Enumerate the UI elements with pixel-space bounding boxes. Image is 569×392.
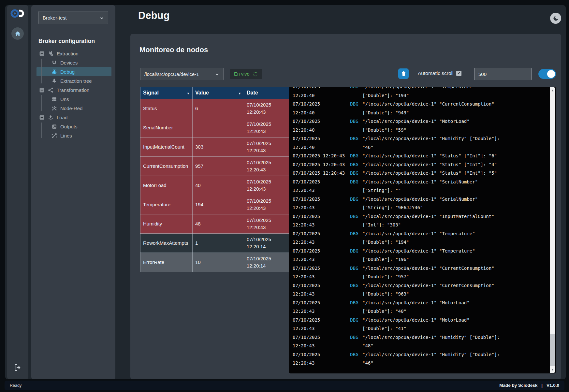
log-message: "/local/src/opcUa/device-1" "Temperature… [362, 87, 542, 100]
collapse-icon[interactable] [39, 87, 45, 93]
home-button[interactable] [11, 27, 24, 40]
log-level-badge: DBG [346, 281, 362, 290]
table-row-reworkmaxattempts[interactable]: ReworkMaxAttempts107/10/202512:20:14 [140, 234, 296, 253]
table-row-errorrate[interactable]: ErrorRate1007/10/202512:20:14 [140, 253, 296, 272]
log-entry: 07/10/2025 12:20:43DBG"/local/src/opcUa/… [293, 350, 542, 368]
signal-cell: Status [140, 99, 193, 118]
log-entry: 07/10/2025 12:20:43DBG"/local/src/opcUa/… [293, 178, 542, 195]
chevron-down-icon [100, 16, 104, 20]
table-row-serialnumber[interactable]: SerialNumber07/10/202512:20:43 [140, 118, 296, 138]
log-message: "/local/src/opcUa/device-1" "Status" ["I… [362, 160, 542, 169]
signal-cell: Humidity [140, 214, 193, 234]
log-message: "/local/src/opcUa/device-1" "Status" ["I… [362, 169, 542, 178]
log-entry: 07/10/2025 12:20:40DBG"/local/src/opcUa/… [293, 134, 542, 152]
signals-table-body: Status607/10/202512:20:43SerialNumber07/… [140, 99, 296, 272]
sidebar-item-label: Lines [60, 133, 72, 138]
log-level-badge: DBG [346, 247, 362, 255]
autoscroll-checkbox[interactable]: ✓ [456, 71, 461, 76]
log-level-badge: DBG [346, 160, 362, 169]
log-level-badge: DBG [346, 87, 362, 91]
log-message: "/local/src/opcUa/device-1" "Status" ["I… [362, 152, 542, 160]
log-message: "/local/src/opcUa/device-1" "CurrentCons… [362, 100, 542, 117]
sidebar-item-extraction[interactable]: Extraction [36, 49, 111, 58]
sidebar-item-load[interactable]: Load [36, 113, 111, 122]
broker-select[interactable]: Broker-test [38, 11, 108, 24]
autoscroll-control: Automatic scroll ✓ [418, 70, 461, 76]
sidebar-item-uns[interactable]: Uns [36, 94, 111, 104]
sidebar-item-node-red[interactable]: Node-Red [36, 104, 111, 113]
log-entry: 07/10/2025 12:20:43DBG"/local/src/opcUa/… [293, 160, 542, 169]
log-entry: 07/10/2025 12:20:43DBG"/local/src/opcUa/… [293, 169, 542, 178]
log-timestamp: 07/10/2025 12:20:40 [293, 87, 346, 100]
sidebar-item-outputs[interactable]: Outputs [36, 122, 111, 131]
sidebar-item-label: Node-Red [60, 106, 82, 111]
log-level-badge: DBG [346, 169, 362, 178]
log-timestamp: 07/10/2025 12:20:43 [293, 298, 346, 316]
signal-cell: ReworkMaxAttempts [140, 234, 193, 253]
lines-icon [51, 133, 57, 138]
log-timestamp: 07/10/2025 12:20:43 [293, 247, 346, 264]
signal-cell: ErrorRate [140, 253, 193, 272]
theme-toggle-button[interactable] [550, 13, 561, 24]
column-header-value[interactable]: Value▼ [193, 87, 244, 99]
layers-icon [51, 96, 57, 102]
collapse-icon[interactable] [39, 115, 45, 120]
value-cell: 1 [193, 234, 244, 253]
scroll-down-button[interactable]: ▼ [550, 367, 555, 373]
log-scrollbar[interactable]: ▲ ▼ [550, 87, 555, 373]
column-header-date[interactable]: Date▼ [244, 87, 296, 99]
buffer-size-input[interactable] [474, 68, 532, 80]
spinner-icon [253, 71, 258, 77]
icon-rail [7, 5, 28, 379]
log-message: "/local/src/opcUa/device-1" "MotorLoad" … [362, 298, 542, 316]
sidebar-item-debug[interactable]: Debug [36, 67, 111, 76]
sort-arrow-icon[interactable]: ▼ [187, 92, 190, 95]
clear-log-button[interactable] [398, 68, 409, 79]
log-entry: 07/10/2025 12:20:43DBG"/local/src/opcUa/… [293, 247, 542, 264]
chevron-down-icon [215, 72, 219, 76]
sidebar-item-transformation[interactable]: Transformation [36, 85, 111, 94]
scroll-up-button[interactable]: ▲ [550, 87, 555, 94]
log-entry: 07/10/2025 12:20:43DBG"/local/src/opcUa/… [293, 264, 542, 281]
log-timestamp: 07/10/2025 12:20:43 [293, 333, 346, 350]
node-red-icon [51, 106, 57, 111]
log-timestamp: 07/10/2025 12:20:43 [293, 195, 346, 212]
table-row-motorload[interactable]: MotorLoad4007/10/202512:20:43 [140, 176, 296, 195]
log-entry: 07/10/2025 12:20:40DBG"/local/src/opcUa/… [293, 100, 542, 117]
log-message: "/local/src/opcUa/device-1" "SerialNumbe… [362, 178, 542, 195]
sidebar-item-devices[interactable]: Devices [36, 58, 111, 67]
autoscroll-label: Automatic scroll [418, 70, 453, 76]
column-header-signal[interactable]: Signal▼ [140, 87, 193, 99]
status-text: Ready [10, 383, 22, 388]
node-select[interactable]: /local/src/opcUa/device-1 [140, 68, 224, 80]
table-row-temperature[interactable]: Temperature19407/10/202512:20:43 [140, 195, 296, 214]
sidebar-item-label: Extraction [57, 51, 79, 56]
log-entry: 07/10/2025 12:20:40DBG"/local/src/opcUa/… [293, 87, 542, 100]
collapse-icon[interactable] [39, 51, 45, 56]
sidebar-item-lines[interactable]: Lines [36, 131, 111, 140]
home-icon [15, 31, 21, 37]
sidebar-item-label: Load [57, 115, 67, 120]
live-toggle[interactable] [538, 69, 556, 79]
table-row-inputmaterialcount[interactable]: InputMaterialCount30307/10/202512:20:43 [140, 138, 296, 157]
logout-button[interactable] [14, 364, 22, 371]
log-message: "/local/src/opcUa/device-1" "InputMateri… [362, 212, 542, 229]
log-timestamp: 07/10/2025 12:20:43 [293, 160, 346, 169]
scrollbar-thumb[interactable] [550, 334, 555, 366]
sort-arrow-icon[interactable]: ▼ [238, 92, 241, 95]
sidebar-item-extraction-tree[interactable]: Extraction tree [36, 76, 111, 85]
monitor-panel: Monitoreo de nodos /local/src/opcUa/devi… [130, 34, 561, 379]
table-row-status[interactable]: Status607/10/202512:20:43 [140, 99, 296, 118]
plug-icon [48, 51, 53, 56]
table-row-humidity[interactable]: Humidity4807/10/202512:20:43 [140, 214, 296, 234]
log-entry: 07/10/2025 12:20:43DBG"/local/src/opcUa/… [293, 195, 542, 212]
table-row-currentconsumption[interactable]: CurrentConsumption95707/10/202512:20:43 [140, 157, 296, 176]
log-level-badge: DBG [346, 316, 362, 325]
signal-cell: Temperature [140, 195, 193, 214]
log-message: "/local/src/opcUa/device-1" "MotorLoad" … [362, 316, 542, 333]
date-cell: 07/10/202512:20:14 [244, 234, 296, 253]
date-cell: 07/10/202512:20:43 [244, 214, 296, 234]
log-entry: 07/10/2025 12:20:43DBG"/local/src/opcUa/… [293, 298, 542, 316]
bug-icon [51, 69, 57, 75]
log-level-badge: DBG [346, 178, 362, 186]
